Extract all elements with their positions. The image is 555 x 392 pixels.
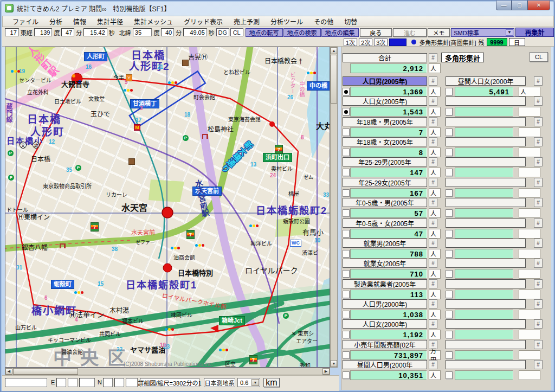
stat-checkbox[interactable] [446, 270, 453, 278]
point-number-field[interactable]: 17 [5, 28, 19, 36]
stat-checkbox[interactable] [343, 270, 350, 278]
stat-checkbox[interactable] [446, 230, 453, 237]
stat-checkbox[interactable] [343, 230, 350, 237]
level-button-3[interactable]: 3次 [374, 38, 388, 46]
maximize-button[interactable]: ▢ [512, 1, 527, 10]
hash-button[interactable]: # [534, 239, 543, 248]
stat-checkbox[interactable] [343, 351, 350, 359]
stat-checkbox[interactable] [343, 149, 350, 156]
hash-button[interactable]: # [429, 259, 437, 268]
hash-button[interactable]: # [429, 299, 437, 309]
stat-label-right[interactable]: 昼間人口女(2000年 [446, 76, 526, 86]
stat-label-right[interactable] [446, 299, 526, 309]
mode-radio-icon[interactable] [411, 40, 416, 44]
hscroll-thumb[interactable] [13, 368, 78, 375]
hash-button[interactable]: # [429, 239, 437, 248]
stat-label-right[interactable] [446, 137, 526, 146]
hash-button[interactable]: # [429, 53, 437, 62]
e-sec-field[interactable] [79, 378, 95, 387]
stat-label-right[interactable] [446, 279, 526, 288]
menu-item-6[interactable]: グリッド表示 [178, 16, 228, 27]
stat-label-left[interactable]: 年18歳・男(2005年 [343, 117, 427, 126]
stat-label-right[interactable] [446, 219, 526, 228]
hash-button[interactable]: # [534, 178, 543, 187]
stat-checkbox[interactable] [343, 209, 350, 217]
menu-item-2[interactable]: 分析 [44, 16, 68, 27]
stat-checkbox[interactable] [343, 311, 350, 318]
stat-checkbox[interactable] [446, 149, 453, 156]
panel-cl-button[interactable]: CL [530, 52, 548, 62]
total-button[interactable]: 合計 [343, 53, 427, 62]
stat-label-left[interactable]: 人口女(2000年) [343, 319, 427, 329]
longitude-deg-field[interactable]: 139 [34, 28, 53, 36]
stat-label-left[interactable]: 年25-29男(2005年 [343, 157, 427, 166]
stat-checkbox[interactable] [446, 128, 453, 136]
stat-label-left[interactable]: 小売年間販売額(02年 [343, 340, 427, 349]
dropdown-arrow-icon[interactable]: ▼ [251, 379, 259, 386]
longitude-min-field[interactable]: 47 [61, 28, 74, 36]
stat-checkbox[interactable] [343, 371, 350, 379]
stat-checkbox[interactable] [446, 331, 453, 338]
longitude-sec-field[interactable]: 15.42 [83, 28, 107, 36]
menu-item-1[interactable]: ファイル [7, 16, 44, 27]
stat-checkbox[interactable] [343, 108, 350, 115]
point-button-1[interactable]: 地点の転写 [246, 28, 283, 37]
hash-button[interactable]: # [534, 157, 543, 166]
hash-button[interactable]: # [429, 137, 437, 146]
hash-button[interactable]: # [534, 259, 543, 268]
stat-checkbox[interactable] [446, 311, 453, 318]
hash-button[interactable]: # [534, 76, 543, 86]
hash-button[interactable]: # [429, 97, 437, 106]
scroll-left-icon[interactable]: ◀ [5, 368, 12, 375]
cl-button[interactable]: CL [230, 28, 243, 36]
n-deg-field[interactable] [103, 378, 113, 387]
stat-checkbox[interactable] [343, 250, 350, 258]
menu-item-5[interactable]: 集計メッシュ [128, 16, 178, 27]
stat-label-right[interactable] [446, 340, 526, 349]
n-sec-field[interactable] [126, 378, 138, 387]
close-button[interactable]: ✕ [527, 1, 550, 10]
stat-checkbox[interactable] [343, 169, 350, 176]
stat-checkbox[interactable] [446, 371, 453, 379]
scroll-up-icon[interactable]: ▲ [331, 47, 337, 54]
hash-button[interactable]: # [429, 76, 437, 86]
stat-label-left[interactable]: 年18歳・女(2005年 [343, 137, 427, 146]
stat-checkbox[interactable] [446, 88, 453, 95]
menu-item-3[interactable]: 情報 [68, 16, 92, 27]
back-button[interactable]: 戻る [360, 28, 392, 37]
hash-button[interactable]: # [429, 117, 437, 126]
radius-dropdown[interactable]: 0.6▼ [237, 378, 260, 387]
dg-button[interactable]: DG [216, 28, 229, 36]
menu-item-7[interactable]: 売上予測 [228, 16, 265, 27]
stat-label-left[interactable]: 人口女(2005年) [343, 97, 427, 106]
forward-button[interactable]: 進む [393, 28, 427, 37]
stat-label-right[interactable] [446, 239, 526, 248]
hash-button[interactable]: # [429, 279, 437, 288]
stat-label-left[interactable]: 就業女(2005年 [343, 259, 427, 268]
stat-label-left[interactable]: 年0-5歳・男(2005年 [343, 198, 427, 207]
stat-label-right[interactable] [446, 360, 526, 369]
point-button-3[interactable]: 地点の編集 [321, 28, 359, 37]
preset-dropdown[interactable]: SMD標準▼ [451, 28, 514, 37]
map-hscrollbar[interactable]: ◀ ▶ [5, 368, 330, 375]
level-4-selected[interactable] [389, 38, 406, 46]
stat-label-left[interactable]: 年0-5歳・女(2005年 [343, 219, 427, 228]
stat-label-left[interactable]: 就業男(2005年 [343, 239, 427, 248]
hash-button[interactable]: # [534, 219, 543, 228]
stat-label-left[interactable]: 製造業就業者(2005年 [343, 279, 427, 288]
stat-checkbox[interactable] [343, 291, 350, 298]
stat-label-right[interactable] [446, 319, 526, 329]
e-min-field[interactable] [68, 378, 78, 387]
menu-item-4[interactable]: 集計半径 [92, 16, 128, 27]
stat-checkbox[interactable] [446, 291, 453, 298]
vscroll-thumb[interactable] [331, 55, 337, 104]
hash-button[interactable]: # [534, 117, 543, 126]
scroll-down-icon[interactable]: ▼ [331, 360, 337, 367]
hash-button[interactable]: # [534, 360, 543, 369]
stat-checkbox[interactable] [446, 209, 453, 217]
hash-button[interactable]: # [534, 279, 543, 288]
stat-label-right[interactable] [446, 97, 526, 106]
minimize-button[interactable]: — [496, 1, 512, 10]
stat-label-left[interactable]: 昼間人口男(2000年 [343, 360, 427, 369]
hash-button[interactable]: # [429, 157, 437, 166]
